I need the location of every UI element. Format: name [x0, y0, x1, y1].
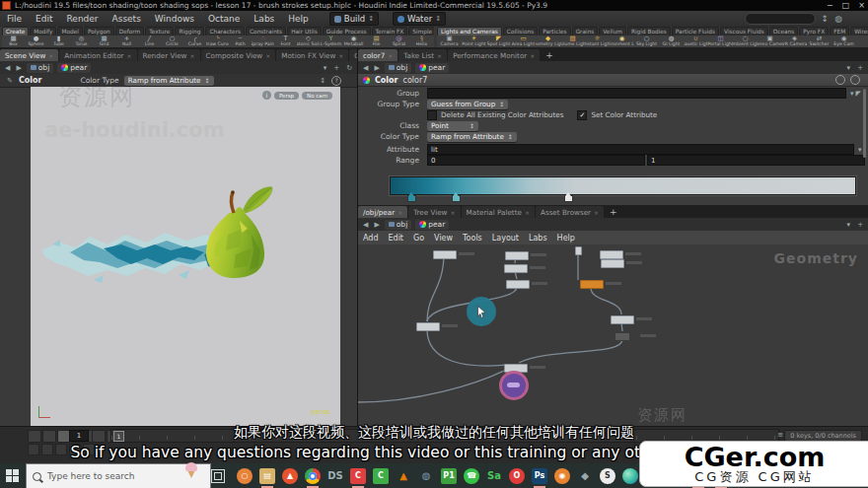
add-icon[interactable]: + [856, 64, 864, 72]
sphere-app[interactable]: ◍ [418, 468, 434, 484]
network-menu-item[interactable]: Add [358, 234, 384, 243]
snapshot-icon[interactable]: i [262, 91, 271, 100]
shelf-tool[interactable]: ◤Spot Light [486, 35, 511, 47]
shelf-tool[interactable]: ⇄Switcher [807, 35, 832, 47]
shelf-tab[interactable]: Modify [30, 27, 56, 35]
breadcrumb-obj[interactable]: obj [385, 63, 411, 73]
ramp-marker[interactable] [452, 195, 461, 202]
task-view-button[interactable] [211, 469, 225, 483]
pane-tab[interactable]: + [605, 206, 622, 218]
shelf-tab[interactable]: Polygon [84, 27, 114, 35]
attribute-ramp-bar[interactable] [390, 176, 856, 195]
pane-tab[interactable]: Performance Monitor [448, 49, 540, 61]
breadcrumb-obj[interactable]: obj [27, 63, 53, 73]
network-node[interactable] [499, 371, 529, 400]
shelf-tab[interactable]: Constraints [246, 27, 286, 35]
shelf-tool[interactable]: ○Sky Light [634, 35, 659, 47]
add-icon[interactable]: + [332, 64, 340, 72]
file-explorer[interactable]: ▤ [259, 468, 275, 484]
dropdown-icon[interactable]: ▾ [846, 221, 852, 229]
pane-tab[interactable]: Scene View [0, 49, 58, 61]
pane-tab[interactable]: + [541, 49, 558, 61]
shelf-tab[interactable]: Oceans [769, 27, 799, 35]
shelf-tab[interactable]: Guide Process [323, 27, 371, 35]
network-node[interactable] [416, 322, 440, 331]
globe-icon[interactable]: ◍ [834, 14, 842, 24]
pane-tab[interactable]: Asset Browser [536, 206, 604, 218]
ramp-marker[interactable] [564, 195, 573, 202]
network-menu-item[interactable]: Edit [384, 234, 409, 243]
color-type-dropdown[interactable]: Ramp from Attribute ↕ [124, 76, 214, 86]
forward-icon[interactable]: ▶ [373, 64, 380, 72]
shelf-tool[interactable]: ▤File [365, 35, 388, 47]
updown-icon[interactable]: ↕ [319, 77, 326, 85]
shelf-tool[interactable]: ◇Platonic Solids [297, 35, 320, 47]
pane-tab[interactable]: Render View [138, 49, 200, 61]
whatsapp[interactable]: ☎ [464, 468, 479, 484]
menu-item[interactable]: Edit [29, 14, 59, 24]
range-max-input[interactable]: 1 [647, 155, 865, 166]
back-icon[interactable]: ◀ [362, 221, 369, 229]
network-node[interactable] [611, 315, 634, 324]
network-node[interactable] [601, 259, 624, 268]
network-node[interactable] [575, 246, 582, 255]
pane-tab[interactable]: Motion FX View [276, 49, 348, 61]
shelf-tool[interactable]: ◍GI Light [659, 35, 684, 47]
blender[interactable]: ◉ [554, 468, 570, 484]
shelf-tool[interactable]: §Helix [410, 35, 433, 47]
c-green-app[interactable]: C [373, 468, 389, 484]
back-icon[interactable]: ◀ [362, 64, 369, 72]
updown-icon[interactable]: ↕ [822, 14, 830, 24]
shelf-tab[interactable]: Lights and Cameras [437, 27, 502, 35]
viewport-3d[interactable]: 资源网 ae-houdini.com i Persp No cam [31, 87, 340, 426]
network-node[interactable] [505, 251, 529, 260]
color-type-dropdown[interactable]: Ramp from Attribute ↕ [427, 132, 517, 142]
group-input[interactable] [427, 88, 846, 99]
network-node[interactable] [615, 332, 630, 341]
menu-item[interactable]: Assets [106, 14, 148, 24]
shelf-tab[interactable]: Rigid Bodies [627, 27, 671, 35]
shelf-tool[interactable]: ∪Caustic Light [684, 35, 708, 47]
shelf-tab[interactable]: Particle Fluids [672, 27, 719, 35]
shelf-tool[interactable]: @Spiral [388, 35, 410, 47]
shelf-tool[interactable]: ╭Curve [183, 35, 206, 47]
shelf-tab[interactable]: Model [57, 27, 82, 35]
menu-item[interactable]: Octane [201, 14, 247, 24]
shelf-tab[interactable]: Rigging [175, 27, 204, 35]
shelf-tool[interactable]: ☀Point Light [462, 35, 486, 47]
shelf-tool[interactable]: ▣Camera [437, 35, 462, 47]
shelf-tool[interactable]: ┄Path [229, 35, 252, 47]
network-node[interactable] [504, 264, 528, 273]
shelf-tool[interactable]: ▨Volume Light [560, 35, 585, 47]
shelf-tab[interactable]: Wires [850, 27, 868, 35]
help-icon[interactable] [850, 75, 860, 85]
help-icon[interactable]: ? [331, 76, 341, 86]
quick-search-input[interactable] [745, 13, 816, 25]
pane-tab[interactable]: Composite View [201, 49, 276, 61]
shelf-tool[interactable]: ▮Tube [47, 35, 70, 47]
shelf-tool[interactable]: ▦Box [2, 35, 25, 47]
shelf-tool[interactable]: ◉Eye Cam [832, 35, 856, 47]
set-color-checkbox[interactable]: ✓ [577, 110, 587, 120]
shelf-tab[interactable]: Characters [205, 27, 245, 35]
node-name-field[interactable]: color7 [403, 76, 428, 85]
shelf-tab[interactable]: Particles [539, 27, 570, 35]
p1-app[interactable]: P1 [441, 468, 457, 484]
menu-item[interactable]: Render [60, 14, 106, 24]
shelfset-selector[interactable]: Water ↕ [393, 12, 446, 26]
group-type-dropdown[interactable]: Guess from Group ↕ [427, 100, 508, 109]
pane-tab[interactable]: /obj/pear [358, 206, 407, 218]
shelf-tool[interactable]: ☼Distant Light [585, 35, 610, 47]
shelf-tool[interactable]: +Null [115, 35, 138, 47]
network-menu-item[interactable]: Tools [458, 234, 487, 243]
refresh-icon[interactable]: ↻ [345, 64, 353, 72]
network-menu-item[interactable]: Layout [487, 234, 524, 243]
shelf-tool[interactable]: ◌Ambient Light [733, 35, 758, 47]
menu-item[interactable]: Labs [247, 14, 281, 24]
breadcrumb-node[interactable]: pear [415, 220, 449, 230]
shelf-tab[interactable]: Grains [572, 27, 599, 35]
shelf-tool[interactable]: ╱Line [138, 35, 161, 47]
dropdown-icon[interactable]: ▾ [323, 64, 328, 72]
desktop-selector[interactable]: Build ↕ [329, 12, 379, 26]
network-node[interactable] [600, 250, 623, 259]
